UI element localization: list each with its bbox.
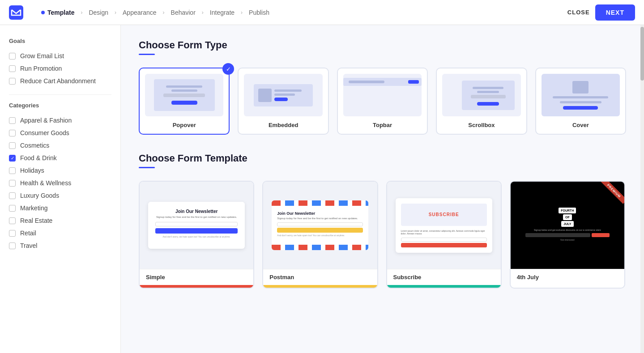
scrollbar-track[interactable] — [640, 25, 644, 353]
simple-input — [155, 222, 238, 226]
label-cat-food-drink: Food & Drink — [20, 154, 57, 162]
july-name-bar: 4th July — [511, 269, 624, 285]
form-type-cover[interactable]: Cover — [535, 68, 626, 135]
scrollbox-btn — [477, 102, 499, 106]
next-button[interactable]: NEXT — [595, 4, 635, 21]
form-type-scrollbox[interactable]: Scrollbox — [436, 68, 527, 135]
postman-input — [277, 222, 363, 226]
nav-step-appearance[interactable]: Appearance — [119, 7, 160, 18]
sidebar-cat-apparel[interactable]: Apparel & Fashion — [9, 114, 111, 127]
sidebar-cat-luxury-goods[interactable]: Luxury Goods — [9, 189, 111, 202]
checkbox-cat-retail[interactable] — [9, 230, 16, 237]
form-type-popover[interactable]: ✓ Popover — [139, 68, 230, 135]
nav-step-label-publish: Publish — [249, 9, 269, 16]
sidebar-cat-health-wellness[interactable]: Health & Wellness — [9, 177, 111, 189]
popover-line-1 — [166, 85, 202, 88]
postman-heading: Join Our Newsletter — [277, 211, 363, 216]
simple-footer: And don't worry, we hate spam too! You c… — [155, 235, 238, 238]
checkbox-grow-email[interactable] — [9, 53, 16, 60]
nav-step-label-integrate: Integrate — [210, 9, 235, 16]
goals-list: Grow Email ListRun PromotionReduce Cart … — [9, 50, 111, 87]
nav-step-integrate[interactable]: Integrate — [206, 7, 238, 18]
july-input-row — [525, 233, 610, 237]
embedded-line-2 — [274, 94, 295, 96]
embedded-btn — [274, 98, 288, 101]
topbar-content — [343, 86, 422, 113]
embedded-line-1 — [274, 89, 302, 92]
label-cat-health-wellness: Health & Wellness — [20, 179, 71, 187]
sidebar-cat-travel[interactable]: Travel — [9, 239, 111, 252]
template-dot — [41, 11, 45, 14]
scrollbox-input — [471, 95, 506, 98]
sidebar-goal-run-promotion[interactable]: Run Promotion — [9, 62, 111, 75]
popover-check-icon: ✓ — [222, 63, 234, 75]
categories-list: Apparel & FashionConsumer GoodsCosmetics… — [9, 114, 111, 252]
popover-label: Popover — [173, 122, 196, 128]
close-button[interactable]: CLOSE — [567, 9, 590, 16]
checkbox-reduce-cart[interactable] — [9, 78, 16, 85]
sidebar: Goals Grow Email ListRun PromotionReduce… — [0, 25, 121, 353]
popover-preview — [145, 74, 223, 116]
chevron-2-icon: › — [115, 9, 116, 16]
logo — [9, 5, 23, 20]
nav-step-design[interactable]: Design — [85, 7, 112, 18]
sidebar-cat-retail[interactable]: Retail — [9, 227, 111, 239]
template-card-simple[interactable]: Join Our Newsletter Signup today for fre… — [139, 181, 254, 289]
template-card-subscribe[interactable]: SUBSCRIBE Lorem ipsum dolor sit amet, co… — [386, 181, 502, 289]
sidebar-goal-grow-email[interactable]: Grow Email List — [9, 50, 111, 62]
scrollbox-preview-inner — [462, 81, 515, 110]
july-tile-of: OF — [563, 214, 572, 220]
checkbox-cat-marketing[interactable] — [9, 205, 16, 212]
july-input — [525, 233, 590, 237]
cover-label: Cover — [572, 122, 589, 128]
template-row: Join Our Newsletter Signup today for fre… — [139, 181, 626, 289]
embedded-preview-inner — [254, 84, 313, 106]
label-cat-retail: Retail — [20, 230, 36, 237]
sidebar-cat-cosmetics[interactable]: Cosmetics — [9, 139, 111, 152]
checkbox-cat-holidays[interactable] — [9, 167, 16, 174]
checkbox-cat-travel[interactable] — [9, 242, 16, 249]
chevron-3-icon: › — [163, 9, 165, 16]
simple-inner: Join Our Newsletter Signup today for fre… — [148, 202, 245, 249]
sidebar-cat-consumer-goods[interactable]: Consumer Goods — [9, 127, 111, 139]
template-card-postman[interactable]: Join Our Newsletter Signup today for fre… — [262, 181, 378, 289]
main-content: Choose Form Type ✓ Popover — [121, 25, 644, 353]
sidebar-cat-real-estate[interactable]: Real Estate — [9, 214, 111, 227]
july-sub: Signup below and get exclusive discounts… — [525, 229, 610, 231]
label-run-promotion: Run Promotion — [20, 65, 62, 72]
template-card-july[interactable]: PREMIUM FOURTH OF JULY Signup below and — [510, 181, 625, 289]
sidebar-cat-marketing[interactable]: Marketing — [9, 202, 111, 214]
label-cat-luxury-goods: Luxury Goods — [20, 192, 59, 199]
scrollbox-preview — [442, 74, 520, 116]
form-type-topbar[interactable]: Topbar — [337, 68, 428, 135]
logo-icon — [9, 5, 23, 20]
july-label: 4th July — [517, 274, 618, 281]
label-cat-real-estate: Real Estate — [20, 217, 52, 224]
postman-stripe-bot — [272, 245, 368, 250]
sidebar-goal-reduce-cart[interactable]: Reduce Cart Abandonment — [9, 75, 111, 87]
sidebar-cat-holidays[interactable]: Holidays — [9, 164, 111, 177]
subscribe-hero: SUBSCRIBE — [401, 204, 487, 226]
form-type-embedded[interactable]: Embedded — [238, 68, 328, 135]
checkbox-cat-health-wellness[interactable] — [9, 180, 16, 187]
topbar-preview-inner — [343, 78, 422, 113]
nav-step-label-design: Design — [89, 9, 108, 16]
nav-step-template[interactable]: Template — [38, 7, 78, 18]
nav-step-publish[interactable]: Publish — [245, 7, 273, 18]
sidebar-cat-food-drink[interactable]: Food & Drink — [9, 152, 111, 164]
topbar-label: Topbar — [373, 122, 392, 128]
form-type-underline — [139, 54, 155, 55]
checkbox-cat-food-drink[interactable] — [9, 155, 16, 162]
checkbox-cat-luxury-goods[interactable] — [9, 192, 16, 199]
checkbox-cat-apparel[interactable] — [9, 117, 16, 124]
label-cat-holidays: Holidays — [20, 167, 44, 174]
postman-bottom-bar — [263, 285, 377, 288]
postman-content: Join Our Newsletter Signup today for fre… — [272, 206, 368, 245]
nav-step-behavior[interactable]: Behavior — [167, 7, 199, 18]
checkbox-cat-consumer-goods[interactable] — [9, 130, 16, 136]
checkbox-cat-cosmetics[interactable] — [9, 142, 16, 149]
checkbox-cat-real-estate[interactable] — [9, 217, 16, 224]
premium-ribbon: PREMIUM — [597, 182, 624, 208]
checkbox-run-promotion[interactable] — [9, 65, 16, 72]
popover-line-2 — [171, 89, 197, 92]
